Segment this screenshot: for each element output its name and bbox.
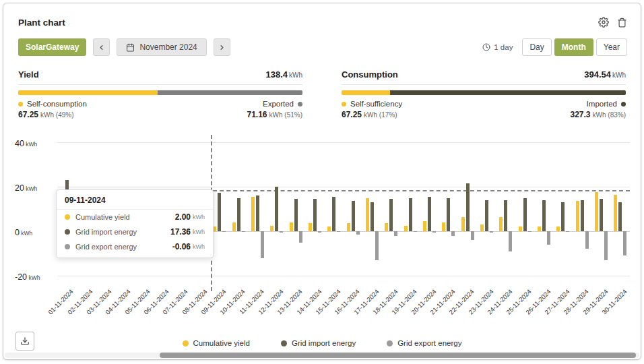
grid-export-energy-bar[interactable] [471,231,474,240]
grid-import-energy-bar[interactable] [332,197,335,231]
grid-import-energy-bar[interactable] [218,193,221,231]
legend-grid-export[interactable]: Grid export energy [387,339,461,347]
bar-group[interactable] [382,137,401,282]
cumulative-yield-bar[interactable] [480,224,484,231]
cumulative-yield-bar[interactable] [347,223,350,231]
next-period-button[interactable] [214,38,230,56]
legend-grid-import[interactable]: Grid import energy [281,339,356,347]
bar-group[interactable] [286,137,305,282]
grid-import-energy-bar[interactable] [237,198,240,232]
grid-export-energy-bar[interactable] [356,231,360,235]
bar-group[interactable] [267,137,286,282]
cumulative-yield-bar[interactable] [538,226,541,231]
bar-group[interactable] [439,137,458,282]
bar-group[interactable] [248,137,267,282]
grid-export-energy-bar[interactable] [242,231,245,232]
grid-import-energy-bar[interactable] [581,200,584,231]
grid-import-energy-bar[interactable] [561,202,565,231]
bar-group[interactable] [401,137,420,282]
grid-import-energy-bar[interactable] [371,202,374,231]
bar-group[interactable] [477,137,496,282]
cumulative-yield-bar[interactable] [404,226,408,231]
grid-export-energy-bar[interactable] [222,231,226,232]
grid-export-energy-bar[interactable] [566,231,569,232]
cumulative-yield-bar[interactable] [556,226,560,231]
grid-export-energy-bar[interactable] [547,231,550,245]
cumulative-yield-bar[interactable] [366,198,369,232]
bar-group[interactable] [573,137,591,282]
period-selector-button[interactable]: November 2024 [117,38,206,56]
grid-import-energy-bar[interactable] [313,199,317,231]
horizontal-scrollbar[interactable] [5,353,639,358]
delete-trash-icon[interactable] [617,17,627,28]
settings-gear-icon[interactable] [598,17,609,28]
grid-import-energy-bar[interactable] [428,197,431,231]
grid-export-energy-bar[interactable] [528,231,532,232]
cumulative-yield-bar[interactable] [327,226,331,231]
grid-export-energy-bar[interactable] [375,231,379,260]
cumulative-yield-bar[interactable] [614,195,617,231]
grid-import-energy-bar[interactable] [389,199,393,231]
bar-group[interactable] [420,137,439,282]
bar-group[interactable] [344,137,362,282]
grid-import-energy-bar[interactable] [256,195,259,231]
cumulative-yield-bar[interactable] [519,226,522,231]
grid-import-energy-bar[interactable] [485,200,488,231]
view-year-button[interactable]: Year [596,38,627,56]
cumulative-yield-bar[interactable] [270,226,273,231]
grid-import-energy-bar[interactable] [523,198,527,232]
bar-group[interactable] [534,137,553,282]
download-button[interactable] [15,332,34,351]
gateway-button[interactable]: SolarGateway [18,38,86,56]
grid-import-energy-bar[interactable] [504,200,507,231]
cumulative-yield-bar[interactable] [232,222,236,231]
grid-export-energy-bar[interactable] [604,231,608,260]
cumulative-yield-bar[interactable] [442,222,445,231]
grid-export-energy-bar[interactable] [414,231,417,232]
view-month-button[interactable]: Month [554,38,593,56]
grid-import-energy-bar[interactable] [275,187,278,231]
grid-import-energy-bar[interactable] [618,202,622,231]
prev-period-button[interactable] [93,38,110,56]
bar-group[interactable] [229,137,248,282]
grid-import-energy-bar[interactable] [542,200,546,231]
view-day-button[interactable]: Day [522,38,551,56]
bar-group[interactable] [362,137,381,282]
grid-import-energy-bar[interactable] [352,201,355,231]
bar-group[interactable] [591,137,610,282]
cumulative-yield-bar[interactable] [595,192,598,231]
cumulative-yield-bar[interactable] [461,217,465,231]
grid-export-energy-bar[interactable] [623,231,626,255]
grid-export-energy-bar[interactable] [451,231,455,236]
cumulative-yield-bar[interactable] [423,221,426,231]
grid-export-energy-bar[interactable] [337,231,340,232]
bar-group[interactable] [458,137,477,282]
bar-group[interactable] [305,137,324,282]
bar-group[interactable] [325,137,344,282]
grid-import-energy-bar[interactable] [409,198,412,232]
bar-group[interactable] [611,137,630,282]
cumulative-yield-bar[interactable] [576,201,579,231]
legend-cumulative-yield[interactable]: Cumulative yield [183,339,250,347]
grid-export-energy-bar[interactable] [394,231,397,236]
grid-export-energy-bar[interactable] [261,231,264,258]
grid-export-energy-bar[interactable] [509,231,512,251]
grid-import-energy-bar[interactable] [294,199,298,231]
cumulative-yield-bar[interactable] [385,223,388,231]
scrollbar-thumb[interactable] [160,353,636,358]
cumulative-yield-bar[interactable] [499,217,503,231]
cumulative-yield-bar[interactable] [251,197,255,231]
grid-export-energy-bar[interactable] [490,231,493,233]
bar-group[interactable] [496,137,515,282]
grid-import-energy-bar[interactable] [466,183,470,231]
grid-export-energy-bar[interactable] [280,231,283,233]
grid-export-energy-bar[interactable] [432,231,436,233]
cumulative-yield-bar[interactable] [309,223,312,231]
grid-export-energy-bar[interactable] [318,231,321,233]
grid-export-energy-bar[interactable] [299,231,302,243]
grid-import-energy-bar[interactable] [600,199,603,231]
grid-export-energy-bar[interactable] [585,231,589,249]
cumulative-yield-bar[interactable] [213,226,216,231]
bar-group[interactable] [554,137,573,282]
bar-group[interactable] [515,137,534,282]
